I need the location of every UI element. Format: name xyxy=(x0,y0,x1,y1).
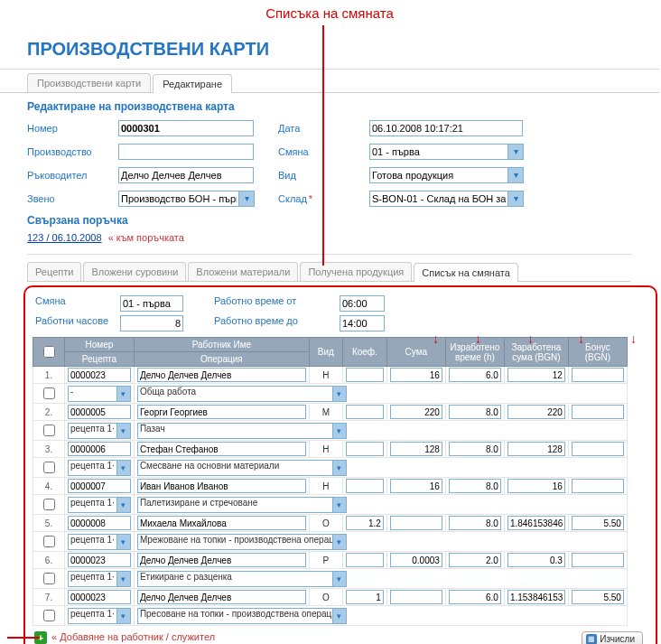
select-sklad[interactable]: ▾ xyxy=(369,191,524,207)
input-data[interactable] xyxy=(369,120,523,136)
input-vreme[interactable] xyxy=(449,405,501,419)
chevron-down-icon[interactable]: ▾ xyxy=(116,608,131,624)
input-koef[interactable] xyxy=(346,368,384,382)
input-koef[interactable] xyxy=(346,590,384,604)
input-suma[interactable] xyxy=(390,590,442,604)
checkbox-row[interactable] xyxy=(43,573,55,584)
tab-recepti[interactable]: Рецепти xyxy=(27,262,81,281)
tab-spisuk-smyana[interactable]: Списък на смяната xyxy=(414,263,518,282)
input-wt-from[interactable] xyxy=(340,295,385,312)
chevron-down-icon[interactable]: ▾ xyxy=(116,423,131,439)
select-recepta[interactable]: рецепта 1·▾ xyxy=(68,534,131,550)
checkbox-row[interactable] xyxy=(43,499,55,510)
chevron-down-icon[interactable]: ▾ xyxy=(116,571,131,587)
checkbox-row[interactable] xyxy=(43,462,55,473)
chevron-down-icon[interactable]: ▾ xyxy=(332,386,347,402)
select-recepta[interactable]: рецепта 1·▾ xyxy=(68,497,131,513)
input-suma[interactable] xyxy=(390,479,442,493)
chevron-down-icon[interactable]: ▾ xyxy=(508,144,524,160)
select-zveno[interactable]: ▾ xyxy=(118,191,255,207)
input-bonus[interactable] xyxy=(572,405,624,419)
calc-button[interactable]: ▦Изчисли xyxy=(582,631,643,644)
input-ruk[interactable] xyxy=(118,167,254,183)
input-wt-to[interactable] xyxy=(340,315,385,331)
add-worker-link[interactable]: « Добавяне на работник / служител xyxy=(51,631,215,642)
input-worker-nomer[interactable] xyxy=(68,553,131,567)
input-zarab[interactable] xyxy=(507,553,565,567)
input-suma[interactable] xyxy=(390,516,442,530)
checkbox-row[interactable] xyxy=(43,387,55,399)
input-zarab[interactable] xyxy=(507,405,565,419)
input-bonus[interactable] xyxy=(572,516,624,530)
input-bonus[interactable] xyxy=(572,479,624,493)
checkbox-row[interactable] xyxy=(43,610,55,621)
input-zarab[interactable] xyxy=(507,590,565,604)
select-operacia[interactable]: Смесване на основни материали▾ xyxy=(137,460,347,476)
chevron-down-icon[interactable]: ▾ xyxy=(239,191,255,207)
select-smyana[interactable]: ▾ xyxy=(369,144,524,160)
input-zarab[interactable] xyxy=(507,442,565,456)
input-smyana2[interactable] xyxy=(120,295,183,312)
input-vreme[interactable] xyxy=(449,368,501,382)
chevron-down-icon[interactable]: ▾ xyxy=(116,534,131,550)
input-zarab[interactable] xyxy=(507,516,565,530)
input-koef[interactable] xyxy=(346,553,384,567)
select-operacia[interactable]: Мрежоване на топки - производствена опер… xyxy=(137,534,347,550)
chevron-down-icon[interactable]: ▾ xyxy=(332,460,347,476)
chevron-down-icon[interactable]: ▾ xyxy=(508,167,524,183)
input-worker-name[interactable] xyxy=(137,553,306,567)
input-worker-name[interactable] xyxy=(137,590,306,604)
input-worker-nomer[interactable] xyxy=(68,368,131,382)
chevron-down-icon[interactable]: ▾ xyxy=(116,386,131,402)
select-operacia[interactable]: Пресоване на топки - производствена опер… xyxy=(137,608,347,624)
select-recepta[interactable]: рецепта 1·▾ xyxy=(68,460,131,476)
input-zarab[interactable] xyxy=(507,368,565,382)
tab-cards[interactable]: Производствени карти xyxy=(27,73,151,92)
select-vid[interactable]: ▾ xyxy=(369,167,524,183)
input-koef[interactable] xyxy=(346,405,384,419)
select-recepta[interactable]: рецепта 1·▾ xyxy=(68,608,131,624)
input-wh[interactable] xyxy=(120,315,183,331)
select-operacia[interactable]: Палетизиране и стречоване▾ xyxy=(137,497,347,513)
chevron-down-icon[interactable]: ▾ xyxy=(116,497,131,513)
input-bonus[interactable] xyxy=(572,553,624,567)
chevron-down-icon[interactable]: ▾ xyxy=(332,608,347,624)
input-suma[interactable] xyxy=(390,368,442,382)
select-recepta[interactable]: -▾ xyxy=(68,386,131,402)
checkbox-row[interactable] xyxy=(43,425,55,436)
input-worker-nomer[interactable] xyxy=(68,479,131,493)
input-bonus[interactable] xyxy=(572,442,624,456)
select-recepta[interactable]: рецепта 1·▾ xyxy=(68,571,131,587)
chevron-down-icon[interactable]: ▾ xyxy=(116,460,131,476)
input-bonus[interactable] xyxy=(572,368,624,382)
tab-produkcia[interactable]: Получена продукция xyxy=(300,262,412,281)
input-suma[interactable] xyxy=(390,405,442,419)
checkbox-select-all[interactable] xyxy=(43,346,55,358)
tab-materiali[interactable]: Вложени материали xyxy=(188,262,298,281)
input-vreme[interactable] xyxy=(449,590,501,604)
select-operacia[interactable]: Етикиране с разценка▾ xyxy=(137,571,347,587)
checkbox-row[interactable] xyxy=(43,536,55,547)
input-worker-name[interactable] xyxy=(137,368,306,382)
input-vreme[interactable] xyxy=(449,442,501,456)
linked-order-link[interactable]: 123 / 06.10.2008 xyxy=(27,232,102,243)
select-operacia[interactable]: Обща работа▾ xyxy=(137,386,347,402)
input-worker-nomer[interactable] xyxy=(68,590,131,604)
chevron-down-icon[interactable]: ▾ xyxy=(332,497,347,513)
input-vreme[interactable] xyxy=(449,553,501,567)
input-worker-name[interactable] xyxy=(137,405,306,419)
chevron-down-icon[interactable]: ▾ xyxy=(332,534,347,550)
input-zarab[interactable] xyxy=(507,479,565,493)
input-koef[interactable] xyxy=(346,516,384,530)
input-vreme[interactable] xyxy=(449,479,501,493)
select-operacia[interactable]: Пазач▾ xyxy=(137,423,347,439)
input-worker-name[interactable] xyxy=(137,442,306,456)
input-koef[interactable] xyxy=(346,479,384,493)
input-bonus[interactable] xyxy=(572,590,624,604)
input-worker-nomer[interactable] xyxy=(68,516,131,530)
tab-edit[interactable]: Редактиране xyxy=(153,74,232,93)
input-worker-name[interactable] xyxy=(137,479,306,493)
tab-surovini[interactable]: Вложени суровини xyxy=(83,262,186,281)
input-koef[interactable] xyxy=(346,442,384,456)
input-worker-nomer[interactable] xyxy=(68,405,131,419)
